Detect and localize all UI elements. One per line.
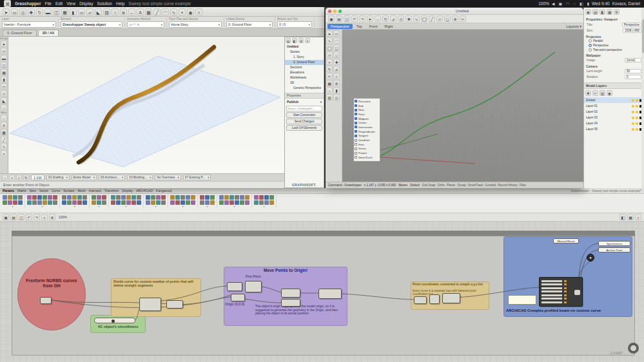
save-doc-icon[interactable]: ◫ (18, 214, 24, 220)
checkbox-knot[interactable] (355, 143, 357, 146)
component-icon[interactable] (116, 195, 121, 200)
layer-lock-icon[interactable] (636, 111, 638, 113)
surface-icon[interactable]: ▱ (326, 52, 333, 58)
scale-icon[interactable]: ⊿ (333, 66, 340, 72)
object-icon[interactable]: ⌂ (1, 104, 7, 111)
component-icon[interactable] (62, 200, 66, 205)
osnap-tangent[interactable]: Tangent (355, 134, 379, 138)
arc-icon[interactable]: ◠ (333, 37, 340, 44)
tree-item-generic-perspective[interactable]: Generic Perspective (285, 86, 324, 91)
toggle-osnap[interactable]: Osnap (457, 184, 466, 187)
component-icon[interactable] (235, 195, 239, 200)
menu-view[interactable]: View (66, 1, 75, 6)
component-icon[interactable] (27, 195, 32, 200)
smoothness-slider[interactable] (94, 318, 135, 323)
column-icon[interactable]: ▮ (1, 76, 7, 82)
save-icon[interactable]: ◫ (344, 15, 350, 22)
coordinate-list-node[interactable] (442, 293, 460, 303)
scale-icon[interactable]: ⊿ (390, 15, 396, 22)
rotate-icon[interactable]: ↻ (382, 15, 389, 22)
transform-node[interactable] (318, 289, 342, 299)
component-icon[interactable] (8, 200, 12, 205)
component-icon[interactable] (146, 195, 150, 200)
component-icon[interactable] (191, 200, 195, 205)
combo-07-existing-p[interactable]: 07 Existing P...▾ (183, 175, 211, 180)
tree-item-3d[interactable]: 3D (285, 81, 324, 86)
component-icon[interactable] (229, 195, 234, 200)
ribbon-group-caret[interactable]: ▾ (92, 205, 106, 208)
beam-icon[interactable]: ▭ (1, 83, 7, 90)
component-icon[interactable] (77, 195, 82, 200)
flatten-node[interactable] (429, 294, 440, 304)
publish-row[interactable]: Publish ▾ (285, 99, 324, 105)
component-icon[interactable] (48, 200, 52, 205)
component-icon[interactable] (205, 200, 210, 205)
component-icon[interactable] (161, 200, 166, 205)
target-icon[interactable]: ⌖ (41, 214, 48, 220)
ribbon-group-caret[interactable]: ▾ (3, 205, 23, 208)
component-icon[interactable] (219, 195, 224, 200)
component-icon[interactable] (181, 195, 185, 200)
component-icon[interactable] (121, 195, 126, 200)
mesh-icon[interactable]: ▦ (326, 80, 333, 86)
component-icon[interactable] (111, 200, 115, 205)
spline-icon[interactable]: ∿ (1, 143, 7, 149)
radio-dot-perspective[interactable] (589, 44, 592, 47)
new-icon[interactable]: ▣ (328, 15, 335, 22)
combo-03-building[interactable]: 03 Building...▾ (127, 175, 153, 180)
osnap-knot[interactable]: Knot (355, 142, 379, 147)
spline-tool-icon[interactable]: ∿ (170, 8, 177, 15)
view-tab-0-ground-floor[interactable]: 0. Ground Floor (3, 30, 37, 36)
checkbox-near[interactable] (355, 109, 357, 111)
checkbox-center[interactable] (355, 122, 357, 124)
gh-tab-intersect[interactable]: Intersect (89, 189, 101, 193)
ribbon-group-caret[interactable]: ▾ (254, 205, 274, 208)
component-icon[interactable] (146, 200, 150, 205)
component-icon[interactable] (48, 195, 52, 200)
beam-input-pins[interactable] (542, 280, 562, 305)
component-icon[interactable] (240, 195, 244, 200)
layer-layer-04[interactable]: Layer 04 (584, 120, 644, 126)
menu-edit[interactable]: Edit (55, 1, 63, 6)
tree-item-1-story[interactable]: 1. Story (285, 55, 324, 60)
text-icon[interactable]: A (1, 122, 7, 128)
app-menu[interactable]: Grasshopper (15, 1, 41, 6)
ribbon-group-caret[interactable]: ▾ (146, 205, 166, 208)
curve-icon[interactable]: ∿ (326, 37, 333, 44)
move-icon[interactable]: ✚ (333, 59, 340, 65)
zoom-in-icon[interactable]: + (9, 175, 15, 180)
layer-lock-icon[interactable] (636, 128, 638, 131)
osnap-near[interactable]: Near (355, 108, 379, 112)
field-value[interactable]: 0 (625, 75, 641, 79)
slab-tool-icon[interactable]: ▱ (86, 8, 93, 15)
connection-button-lock-gh-elements[interactable]: Lock GH Elements (286, 125, 322, 131)
osnap-point[interactable]: Point (355, 112, 379, 117)
segment-count-node[interactable] (166, 300, 183, 309)
arrow-tool-icon[interactable]: ➤ (3, 8, 10, 15)
component-icon[interactable] (259, 195, 264, 200)
combo-entire-model[interactable]: Entire Model▾ (72, 175, 97, 180)
layer-list-icon[interactable]: ▤ (600, 90, 605, 96)
layer-visibility-icon[interactable] (632, 117, 634, 119)
move-node[interactable] (281, 299, 300, 307)
roof-tool-icon[interactable]: ◣ (95, 8, 102, 15)
wifi-icon[interactable]: ◠ (566, 2, 569, 6)
view-tab-3d-all[interactable]: 3D / All (38, 30, 59, 36)
orbit-tool-icon[interactable]: ↻ (36, 8, 43, 15)
box-icon[interactable]: ◻ (333, 44, 340, 51)
apple-menu-icon[interactable]: ⌘ (4, 0, 11, 7)
component-icon[interactable] (240, 200, 244, 205)
polygon-icon[interactable]: ◇ (333, 52, 340, 58)
caret-icon[interactable]: ▾ (309, 23, 310, 26)
component-icon[interactable] (254, 195, 259, 200)
checkbox-intersection[interactable] (355, 126, 357, 128)
infobox-geometry-method[interactable]: Geometry Method▭ ◠ ∿▾ (127, 17, 167, 28)
caret-icon[interactable]: ▾ (219, 23, 220, 26)
pan-icon[interactable]: ✚ (405, 15, 412, 22)
layer-lock-icon[interactable] (636, 122, 638, 125)
grid-icon[interactable]: ⌗ (333, 73, 340, 79)
component-icon[interactable] (210, 195, 215, 200)
trim-icon[interactable]: ✂ (460, 15, 466, 22)
zoom-icon[interactable]: ◎ (398, 15, 404, 22)
layer-layer-03[interactable]: Layer 03 (584, 115, 644, 120)
